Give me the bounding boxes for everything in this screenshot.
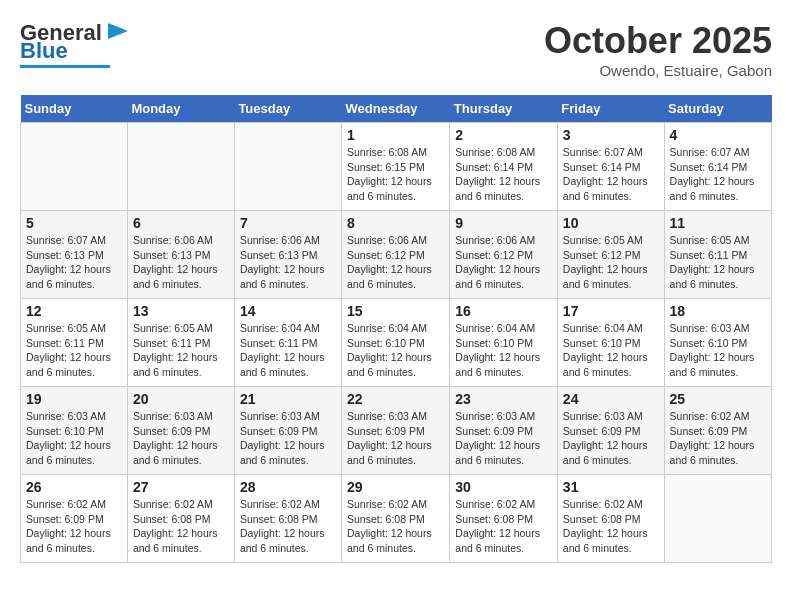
day-info: Sunrise: 6:02 AM Sunset: 6:09 PM Dayligh…: [26, 497, 122, 556]
calendar-cell: 10Sunrise: 6:05 AM Sunset: 6:12 PM Dayli…: [557, 211, 664, 299]
svg-marker-0: [108, 23, 128, 39]
day-number: 19: [26, 391, 122, 407]
day-info: Sunrise: 6:02 AM Sunset: 6:08 PM Dayligh…: [455, 497, 552, 556]
calendar-cell: 1Sunrise: 6:08 AM Sunset: 6:15 PM Daylig…: [342, 123, 450, 211]
day-number: 23: [455, 391, 552, 407]
day-info: Sunrise: 6:06 AM Sunset: 6:12 PM Dayligh…: [347, 233, 444, 292]
day-number: 3: [563, 127, 659, 143]
calendar-cell: 23Sunrise: 6:03 AM Sunset: 6:09 PM Dayli…: [450, 387, 558, 475]
day-info: Sunrise: 6:02 AM Sunset: 6:08 PM Dayligh…: [133, 497, 229, 556]
day-number: 26: [26, 479, 122, 495]
calendar-cell: 17Sunrise: 6:04 AM Sunset: 6:10 PM Dayli…: [557, 299, 664, 387]
day-info: Sunrise: 6:03 AM Sunset: 6:09 PM Dayligh…: [133, 409, 229, 468]
calendar-cell: 5Sunrise: 6:07 AM Sunset: 6:13 PM Daylig…: [21, 211, 128, 299]
logo-text-blue: Blue: [20, 38, 68, 64]
day-number: 31: [563, 479, 659, 495]
logo-arrow-icon: [104, 17, 132, 45]
day-number: 20: [133, 391, 229, 407]
logo: General Blue: [20, 20, 132, 68]
calendar-cell: 31Sunrise: 6:02 AM Sunset: 6:08 PM Dayli…: [557, 475, 664, 563]
calendar-day-header: Wednesday: [342, 95, 450, 123]
day-number: 29: [347, 479, 444, 495]
day-info: Sunrise: 6:06 AM Sunset: 6:12 PM Dayligh…: [455, 233, 552, 292]
day-info: Sunrise: 6:03 AM Sunset: 6:09 PM Dayligh…: [455, 409, 552, 468]
calendar-week-row: 5Sunrise: 6:07 AM Sunset: 6:13 PM Daylig…: [21, 211, 772, 299]
day-number: 1: [347, 127, 444, 143]
day-number: 9: [455, 215, 552, 231]
calendar-cell: [127, 123, 234, 211]
day-info: Sunrise: 6:06 AM Sunset: 6:13 PM Dayligh…: [133, 233, 229, 292]
day-number: 2: [455, 127, 552, 143]
day-info: Sunrise: 6:02 AM Sunset: 6:08 PM Dayligh…: [563, 497, 659, 556]
day-info: Sunrise: 6:02 AM Sunset: 6:09 PM Dayligh…: [670, 409, 766, 468]
day-info: Sunrise: 6:04 AM Sunset: 6:10 PM Dayligh…: [563, 321, 659, 380]
calendar-cell: 11Sunrise: 6:05 AM Sunset: 6:11 PM Dayli…: [664, 211, 771, 299]
day-info: Sunrise: 6:03 AM Sunset: 6:09 PM Dayligh…: [563, 409, 659, 468]
calendar-cell: 6Sunrise: 6:06 AM Sunset: 6:13 PM Daylig…: [127, 211, 234, 299]
calendar-cell: 19Sunrise: 6:03 AM Sunset: 6:10 PM Dayli…: [21, 387, 128, 475]
day-number: 6: [133, 215, 229, 231]
calendar-week-row: 19Sunrise: 6:03 AM Sunset: 6:10 PM Dayli…: [21, 387, 772, 475]
calendar-day-header: Thursday: [450, 95, 558, 123]
day-info: Sunrise: 6:03 AM Sunset: 6:09 PM Dayligh…: [347, 409, 444, 468]
calendar-day-header: Sunday: [21, 95, 128, 123]
day-info: Sunrise: 6:07 AM Sunset: 6:13 PM Dayligh…: [26, 233, 122, 292]
calendar-cell: 2Sunrise: 6:08 AM Sunset: 6:14 PM Daylig…: [450, 123, 558, 211]
calendar-cell: 7Sunrise: 6:06 AM Sunset: 6:13 PM Daylig…: [234, 211, 341, 299]
day-number: 8: [347, 215, 444, 231]
calendar-cell: 29Sunrise: 6:02 AM Sunset: 6:08 PM Dayli…: [342, 475, 450, 563]
day-info: Sunrise: 6:07 AM Sunset: 6:14 PM Dayligh…: [563, 145, 659, 204]
calendar-cell: 3Sunrise: 6:07 AM Sunset: 6:14 PM Daylig…: [557, 123, 664, 211]
calendar-cell: 26Sunrise: 6:02 AM Sunset: 6:09 PM Dayli…: [21, 475, 128, 563]
calendar-cell: 8Sunrise: 6:06 AM Sunset: 6:12 PM Daylig…: [342, 211, 450, 299]
day-info: Sunrise: 6:03 AM Sunset: 6:10 PM Dayligh…: [26, 409, 122, 468]
day-number: 30: [455, 479, 552, 495]
calendar-cell: 27Sunrise: 6:02 AM Sunset: 6:08 PM Dayli…: [127, 475, 234, 563]
day-number: 14: [240, 303, 336, 319]
calendar-cell: 24Sunrise: 6:03 AM Sunset: 6:09 PM Dayli…: [557, 387, 664, 475]
day-number: 12: [26, 303, 122, 319]
day-number: 28: [240, 479, 336, 495]
calendar-cell: [664, 475, 771, 563]
calendar-cell: 16Sunrise: 6:04 AM Sunset: 6:10 PM Dayli…: [450, 299, 558, 387]
day-info: Sunrise: 6:07 AM Sunset: 6:14 PM Dayligh…: [670, 145, 766, 204]
calendar-cell: 25Sunrise: 6:02 AM Sunset: 6:09 PM Dayli…: [664, 387, 771, 475]
day-number: 17: [563, 303, 659, 319]
day-info: Sunrise: 6:03 AM Sunset: 6:10 PM Dayligh…: [670, 321, 766, 380]
day-info: Sunrise: 6:08 AM Sunset: 6:14 PM Dayligh…: [455, 145, 552, 204]
day-number: 10: [563, 215, 659, 231]
calendar-cell: 9Sunrise: 6:06 AM Sunset: 6:12 PM Daylig…: [450, 211, 558, 299]
calendar-cell: 15Sunrise: 6:04 AM Sunset: 6:10 PM Dayli…: [342, 299, 450, 387]
day-info: Sunrise: 6:04 AM Sunset: 6:10 PM Dayligh…: [455, 321, 552, 380]
calendar-day-header: Tuesday: [234, 95, 341, 123]
day-number: 7: [240, 215, 336, 231]
day-info: Sunrise: 6:02 AM Sunset: 6:08 PM Dayligh…: [240, 497, 336, 556]
day-info: Sunrise: 6:03 AM Sunset: 6:09 PM Dayligh…: [240, 409, 336, 468]
day-number: 4: [670, 127, 766, 143]
day-number: 27: [133, 479, 229, 495]
day-number: 13: [133, 303, 229, 319]
month-title: October 2025: [544, 20, 772, 62]
day-number: 24: [563, 391, 659, 407]
day-info: Sunrise: 6:05 AM Sunset: 6:11 PM Dayligh…: [133, 321, 229, 380]
location: Owendo, Estuaire, Gabon: [544, 62, 772, 79]
title-block: October 2025 Owendo, Estuaire, Gabon: [544, 20, 772, 79]
day-number: 16: [455, 303, 552, 319]
calendar-cell: 13Sunrise: 6:05 AM Sunset: 6:11 PM Dayli…: [127, 299, 234, 387]
day-info: Sunrise: 6:05 AM Sunset: 6:12 PM Dayligh…: [563, 233, 659, 292]
day-number: 21: [240, 391, 336, 407]
day-number: 11: [670, 215, 766, 231]
day-info: Sunrise: 6:04 AM Sunset: 6:10 PM Dayligh…: [347, 321, 444, 380]
calendar-week-row: 12Sunrise: 6:05 AM Sunset: 6:11 PM Dayli…: [21, 299, 772, 387]
day-info: Sunrise: 6:05 AM Sunset: 6:11 PM Dayligh…: [670, 233, 766, 292]
calendar-week-row: 1Sunrise: 6:08 AM Sunset: 6:15 PM Daylig…: [21, 123, 772, 211]
calendar-day-header: Friday: [557, 95, 664, 123]
day-info: Sunrise: 6:06 AM Sunset: 6:13 PM Dayligh…: [240, 233, 336, 292]
calendar-cell: 30Sunrise: 6:02 AM Sunset: 6:08 PM Dayli…: [450, 475, 558, 563]
day-number: 25: [670, 391, 766, 407]
day-info: Sunrise: 6:08 AM Sunset: 6:15 PM Dayligh…: [347, 145, 444, 204]
calendar-table: SundayMondayTuesdayWednesdayThursdayFrid…: [20, 95, 772, 563]
calendar-day-header: Saturday: [664, 95, 771, 123]
calendar-cell: 21Sunrise: 6:03 AM Sunset: 6:09 PM Dayli…: [234, 387, 341, 475]
day-info: Sunrise: 6:02 AM Sunset: 6:08 PM Dayligh…: [347, 497, 444, 556]
